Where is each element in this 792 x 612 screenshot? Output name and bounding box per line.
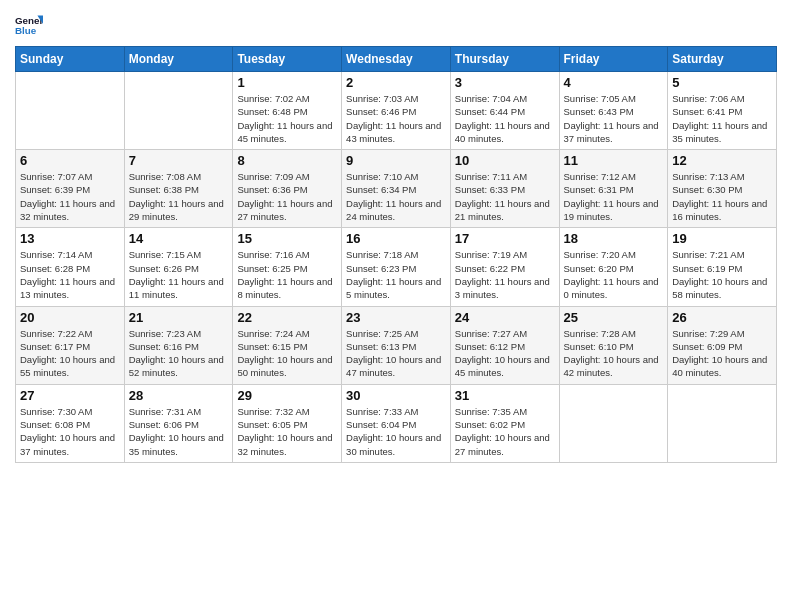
day-number: 19 [672, 231, 772, 246]
calendar-cell: 8Sunrise: 7:09 AM Sunset: 6:36 PM Daylig… [233, 150, 342, 228]
header-row: SundayMondayTuesdayWednesdayThursdayFrid… [16, 47, 777, 72]
calendar-week-row: 1Sunrise: 7:02 AM Sunset: 6:48 PM Daylig… [16, 72, 777, 150]
calendar-cell: 13Sunrise: 7:14 AM Sunset: 6:28 PM Dayli… [16, 228, 125, 306]
day-info: Sunrise: 7:06 AM Sunset: 6:41 PM Dayligh… [672, 92, 772, 145]
day-number: 31 [455, 388, 555, 403]
calendar-week-row: 13Sunrise: 7:14 AM Sunset: 6:28 PM Dayli… [16, 228, 777, 306]
day-number: 22 [237, 310, 337, 325]
day-number: 15 [237, 231, 337, 246]
calendar-cell: 16Sunrise: 7:18 AM Sunset: 6:23 PM Dayli… [342, 228, 451, 306]
calendar-cell: 27Sunrise: 7:30 AM Sunset: 6:08 PM Dayli… [16, 384, 125, 462]
calendar-cell: 15Sunrise: 7:16 AM Sunset: 6:25 PM Dayli… [233, 228, 342, 306]
day-info: Sunrise: 7:04 AM Sunset: 6:44 PM Dayligh… [455, 92, 555, 145]
day-info: Sunrise: 7:14 AM Sunset: 6:28 PM Dayligh… [20, 248, 120, 301]
day-number: 25 [564, 310, 664, 325]
day-number: 20 [20, 310, 120, 325]
weekday-header: Tuesday [233, 47, 342, 72]
day-info: Sunrise: 7:08 AM Sunset: 6:38 PM Dayligh… [129, 170, 229, 223]
calendar-cell: 14Sunrise: 7:15 AM Sunset: 6:26 PM Dayli… [124, 228, 233, 306]
calendar-cell [16, 72, 125, 150]
calendar-cell [559, 384, 668, 462]
calendar-cell: 28Sunrise: 7:31 AM Sunset: 6:06 PM Dayli… [124, 384, 233, 462]
day-info: Sunrise: 7:13 AM Sunset: 6:30 PM Dayligh… [672, 170, 772, 223]
calendar-week-row: 6Sunrise: 7:07 AM Sunset: 6:39 PM Daylig… [16, 150, 777, 228]
day-info: Sunrise: 7:19 AM Sunset: 6:22 PM Dayligh… [455, 248, 555, 301]
day-info: Sunrise: 7:02 AM Sunset: 6:48 PM Dayligh… [237, 92, 337, 145]
calendar-cell: 21Sunrise: 7:23 AM Sunset: 6:16 PM Dayli… [124, 306, 233, 384]
day-number: 14 [129, 231, 229, 246]
calendar-cell: 18Sunrise: 7:20 AM Sunset: 6:20 PM Dayli… [559, 228, 668, 306]
calendar-cell: 6Sunrise: 7:07 AM Sunset: 6:39 PM Daylig… [16, 150, 125, 228]
calendar-cell: 29Sunrise: 7:32 AM Sunset: 6:05 PM Dayli… [233, 384, 342, 462]
logo-icon: General Blue [15, 10, 43, 38]
calendar-cell: 17Sunrise: 7:19 AM Sunset: 6:22 PM Dayli… [450, 228, 559, 306]
day-number: 12 [672, 153, 772, 168]
day-number: 21 [129, 310, 229, 325]
calendar-cell [668, 384, 777, 462]
calendar-cell: 2Sunrise: 7:03 AM Sunset: 6:46 PM Daylig… [342, 72, 451, 150]
calendar-cell [124, 72, 233, 150]
day-info: Sunrise: 7:24 AM Sunset: 6:15 PM Dayligh… [237, 327, 337, 380]
day-info: Sunrise: 7:20 AM Sunset: 6:20 PM Dayligh… [564, 248, 664, 301]
day-info: Sunrise: 7:09 AM Sunset: 6:36 PM Dayligh… [237, 170, 337, 223]
day-info: Sunrise: 7:18 AM Sunset: 6:23 PM Dayligh… [346, 248, 446, 301]
calendar-cell: 12Sunrise: 7:13 AM Sunset: 6:30 PM Dayli… [668, 150, 777, 228]
day-info: Sunrise: 7:21 AM Sunset: 6:19 PM Dayligh… [672, 248, 772, 301]
day-info: Sunrise: 7:35 AM Sunset: 6:02 PM Dayligh… [455, 405, 555, 458]
day-number: 10 [455, 153, 555, 168]
day-number: 27 [20, 388, 120, 403]
calendar-cell: 22Sunrise: 7:24 AM Sunset: 6:15 PM Dayli… [233, 306, 342, 384]
page: General Blue SundayMondayTuesdayWednesda… [0, 0, 792, 612]
day-number: 26 [672, 310, 772, 325]
day-info: Sunrise: 7:10 AM Sunset: 6:34 PM Dayligh… [346, 170, 446, 223]
day-number: 30 [346, 388, 446, 403]
day-number: 1 [237, 75, 337, 90]
day-number: 18 [564, 231, 664, 246]
day-info: Sunrise: 7:31 AM Sunset: 6:06 PM Dayligh… [129, 405, 229, 458]
day-info: Sunrise: 7:33 AM Sunset: 6:04 PM Dayligh… [346, 405, 446, 458]
weekday-header: Thursday [450, 47, 559, 72]
calendar: SundayMondayTuesdayWednesdayThursdayFrid… [15, 46, 777, 463]
calendar-cell: 26Sunrise: 7:29 AM Sunset: 6:09 PM Dayli… [668, 306, 777, 384]
calendar-cell: 4Sunrise: 7:05 AM Sunset: 6:43 PM Daylig… [559, 72, 668, 150]
calendar-cell: 20Sunrise: 7:22 AM Sunset: 6:17 PM Dayli… [16, 306, 125, 384]
weekday-header: Wednesday [342, 47, 451, 72]
day-info: Sunrise: 7:16 AM Sunset: 6:25 PM Dayligh… [237, 248, 337, 301]
calendar-cell: 3Sunrise: 7:04 AM Sunset: 6:44 PM Daylig… [450, 72, 559, 150]
day-info: Sunrise: 7:27 AM Sunset: 6:12 PM Dayligh… [455, 327, 555, 380]
weekday-header: Monday [124, 47, 233, 72]
day-number: 2 [346, 75, 446, 90]
day-number: 4 [564, 75, 664, 90]
calendar-cell: 23Sunrise: 7:25 AM Sunset: 6:13 PM Dayli… [342, 306, 451, 384]
day-info: Sunrise: 7:30 AM Sunset: 6:08 PM Dayligh… [20, 405, 120, 458]
calendar-week-row: 27Sunrise: 7:30 AM Sunset: 6:08 PM Dayli… [16, 384, 777, 462]
calendar-cell: 9Sunrise: 7:10 AM Sunset: 6:34 PM Daylig… [342, 150, 451, 228]
day-number: 3 [455, 75, 555, 90]
day-number: 11 [564, 153, 664, 168]
calendar-cell: 31Sunrise: 7:35 AM Sunset: 6:02 PM Dayli… [450, 384, 559, 462]
day-info: Sunrise: 7:12 AM Sunset: 6:31 PM Dayligh… [564, 170, 664, 223]
day-info: Sunrise: 7:07 AM Sunset: 6:39 PM Dayligh… [20, 170, 120, 223]
weekday-header: Sunday [16, 47, 125, 72]
day-info: Sunrise: 7:32 AM Sunset: 6:05 PM Dayligh… [237, 405, 337, 458]
calendar-cell: 30Sunrise: 7:33 AM Sunset: 6:04 PM Dayli… [342, 384, 451, 462]
svg-text:Blue: Blue [15, 25, 37, 36]
calendar-cell: 24Sunrise: 7:27 AM Sunset: 6:12 PM Dayli… [450, 306, 559, 384]
day-number: 7 [129, 153, 229, 168]
logo: General Blue [15, 10, 43, 38]
day-number: 17 [455, 231, 555, 246]
day-number: 28 [129, 388, 229, 403]
calendar-cell: 10Sunrise: 7:11 AM Sunset: 6:33 PM Dayli… [450, 150, 559, 228]
day-info: Sunrise: 7:25 AM Sunset: 6:13 PM Dayligh… [346, 327, 446, 380]
day-number: 24 [455, 310, 555, 325]
day-number: 8 [237, 153, 337, 168]
day-number: 13 [20, 231, 120, 246]
day-number: 9 [346, 153, 446, 168]
day-info: Sunrise: 7:05 AM Sunset: 6:43 PM Dayligh… [564, 92, 664, 145]
calendar-cell: 19Sunrise: 7:21 AM Sunset: 6:19 PM Dayli… [668, 228, 777, 306]
day-info: Sunrise: 7:23 AM Sunset: 6:16 PM Dayligh… [129, 327, 229, 380]
calendar-week-row: 20Sunrise: 7:22 AM Sunset: 6:17 PM Dayli… [16, 306, 777, 384]
calendar-cell: 25Sunrise: 7:28 AM Sunset: 6:10 PM Dayli… [559, 306, 668, 384]
calendar-cell: 5Sunrise: 7:06 AM Sunset: 6:41 PM Daylig… [668, 72, 777, 150]
day-number: 6 [20, 153, 120, 168]
